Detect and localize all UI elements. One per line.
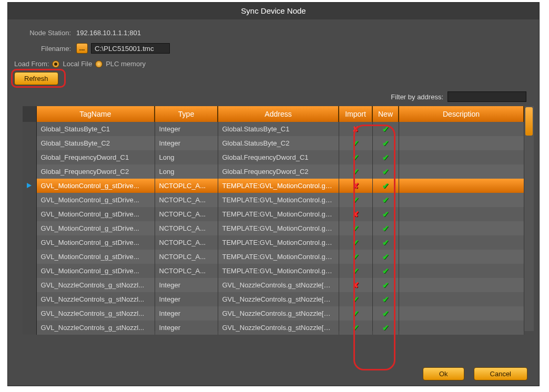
table-row[interactable]: GVL_MotionControl_g_stDrive...NCTOPLC_A.… [23,193,524,207]
col-description[interactable]: Description [399,106,524,122]
scrollbar-thumb[interactable] [525,107,533,136]
table-row[interactable]: Global_StatusByte_C1IntegerGlobal.Status… [23,122,524,136]
cell-type: Integer [155,122,218,136]
cell-import[interactable]: ✔ [339,150,372,164]
col-address[interactable]: Address [218,106,339,122]
cell-tagname: GVL_NozzleControls_g_stNozzl... [36,321,155,335]
check-icon: ✔ [382,224,389,233]
cell-type: Integer [155,292,218,306]
cell-description [399,207,524,221]
table-row[interactable]: Global_FrequencyDword_C2LongGlobal.Frequ… [23,164,524,179]
cell-tagname: Global_FrequencyDword_C1 [36,150,155,164]
cell-import[interactable]: ✘ [339,207,372,221]
cell-import[interactable]: ✘ [339,122,372,136]
row-gutter [23,306,36,321]
filter-input[interactable] [448,91,526,102]
cell-import[interactable]: ✔ [339,235,372,250]
col-type[interactable]: Type [155,106,218,122]
cell-address: TEMPLATE:GVL_MotionControl.g_st.. [218,250,339,264]
check-icon: ✔ [352,266,359,276]
cell-new: ✔ [372,278,399,292]
cell-description [399,164,524,179]
cell-type: NCTOPLC_A... [155,221,218,235]
table-row[interactable]: GVL_MotionControl_g_stDrive...NCTOPLC_A.… [23,235,524,250]
browse-file-button[interactable]: ... [76,43,88,54]
cell-import[interactable]: ✔ [339,221,372,235]
filter-label: Filter by address: [391,93,443,101]
filename-input[interactable] [91,43,170,54]
cell-new: ✔ [372,207,399,221]
radio-plc-memory[interactable] [95,60,103,68]
cell-address: TEMPLATE:GVL_MotionControl.g_st.. [218,193,339,207]
cell-tagname: Global_FrequencyDword_C2 [36,164,155,179]
table-row[interactable]: GVL_MotionControl_g_stDrive...NCTOPLC_A.… [23,250,524,264]
form-area: Node Station: 192.168.10.1.1.1;801 Filen… [8,19,539,89]
table-row[interactable]: GVL_MotionControl_g_stDrive...NCTOPLC_A.… [23,264,524,278]
check-icon: ✔ [382,323,389,333]
cell-description [399,306,524,321]
cell-type: Integer [155,136,218,150]
cell-new: ✔ [372,193,399,207]
check-icon: ✔ [382,295,389,304]
cell-type: Integer [155,306,218,321]
cell-import[interactable]: ✔ [339,292,372,306]
dialog-title: Sync Device Node [8,3,539,19]
cell-description [399,221,524,235]
cell-address: TEMPLATE:GVL_MotionControl.g_st.. [218,221,339,235]
check-icon: ✔ [382,309,389,318]
refresh-button[interactable]: Refresh [14,72,58,85]
grid-scrollbar[interactable] [524,106,534,331]
table-row[interactable]: Global_StatusByte_C2IntegerGlobal.Status… [23,136,524,150]
table-row[interactable]: GVL_NozzleControls_g_stNozzl...IntegerGV… [23,321,524,335]
cell-address: TEMPLATE:GVL_MotionControl.g_st.. [218,179,339,193]
row-gutter [23,193,36,207]
table-row[interactable]: GVL_NozzleControls_g_stNozzl...IntegerGV… [23,278,524,292]
cell-address: GVL_NozzleControls.g_stNozzle[0].l.. [218,278,339,292]
check-icon: ✔ [352,323,359,333]
cell-tagname: GVL_NozzleControls_g_stNozzl... [36,306,155,321]
check-icon: ✔ [382,125,389,134]
table-row[interactable]: GVL_MotionControl_g_stDrive...NCTOPLC_A.… [23,221,524,235]
cell-import[interactable]: ✘ [339,179,372,193]
row-gutter [23,136,36,150]
cell-import[interactable]: ✔ [339,164,372,179]
cell-tagname: GVL_MotionControl_g_stDrive... [36,235,155,250]
row-gutter [23,164,36,179]
ok-button[interactable]: Ok [423,367,464,380]
cell-import[interactable]: ✔ [339,321,372,335]
cell-type: Integer [155,278,218,292]
radio-local-file-label: Local File [63,60,92,68]
filename-label: Filename: [18,45,71,53]
check-icon: ✔ [352,309,359,318]
cell-import[interactable]: ✔ [339,136,372,150]
cell-new: ✔ [372,306,399,321]
table-row[interactable]: GVL_MotionControl_g_stDrive...NCTOPLC_A.… [23,179,524,193]
cell-import[interactable]: ✘ [339,278,372,292]
cell-import[interactable]: ✔ [339,264,372,278]
cell-description [399,122,524,136]
check-icon: ✔ [352,252,359,262]
check-icon: ✔ [382,153,389,162]
col-new[interactable]: New [372,106,399,122]
cell-type: Long [155,150,218,164]
cell-tagname: Global_StatusByte_C2 [36,136,155,150]
cell-import[interactable]: ✔ [339,250,372,264]
table-row[interactable]: GVL_MotionControl_g_stDrive...NCTOPLC_A.… [23,207,524,221]
col-import[interactable]: Import [339,106,372,122]
row-gutter [23,250,36,264]
col-tagname[interactable]: TagName [36,106,155,122]
cell-tagname: GVL_MotionControl_g_stDrive... [36,250,155,264]
table-row[interactable]: Global_FrequencyDword_C1LongGlobal.Frequ… [23,150,524,164]
row-gutter [23,264,36,278]
table-row[interactable]: GVL_NozzleControls_g_stNozzl...IntegerGV… [23,292,524,306]
table-row[interactable]: GVL_NozzleControls_g_stNozzl...IntegerGV… [23,306,524,321]
cell-import[interactable]: ✔ [339,193,372,207]
cell-import[interactable]: ✔ [339,306,372,321]
radio-local-file[interactable] [52,60,59,68]
cell-description [399,136,524,150]
cell-type: NCTOPLC_A... [155,264,218,278]
check-icon: ✔ [382,238,389,247]
check-icon: ✔ [352,153,359,162]
row-gutter [23,122,36,136]
cancel-button[interactable]: Cancel [474,367,527,380]
